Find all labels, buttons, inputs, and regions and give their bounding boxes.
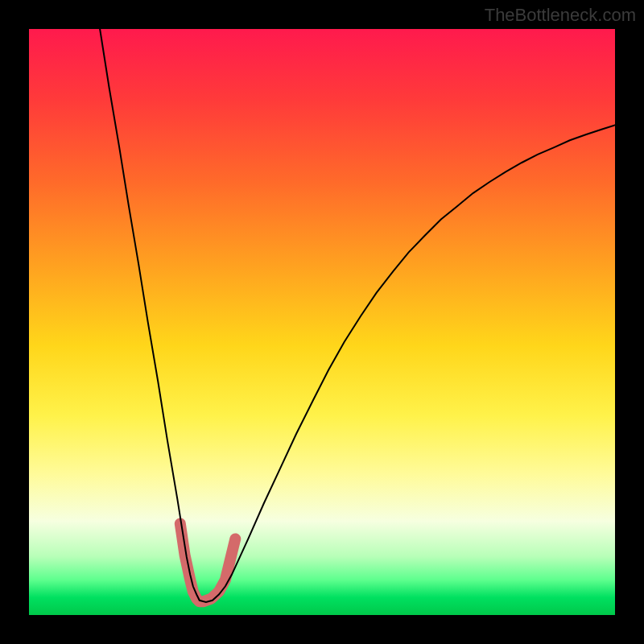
thin-curve: [100, 29, 615, 602]
chart-frame: TheBottleneck.com: [0, 0, 644, 644]
chart-svg: [29, 29, 615, 615]
watermark-text: TheBottleneck.com: [485, 5, 636, 26]
